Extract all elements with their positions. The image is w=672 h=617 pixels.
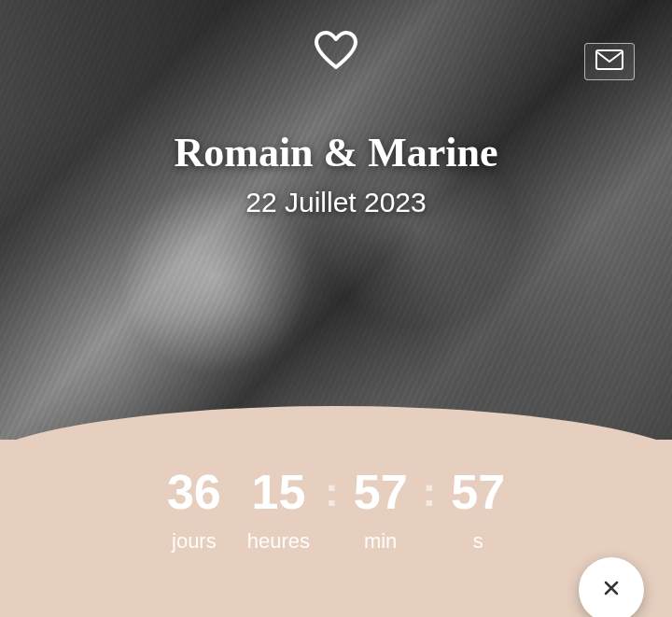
countdown-separator: :	[325, 471, 339, 512]
contact-mail-button[interactable]	[584, 43, 635, 80]
countdown-separator: :	[423, 471, 437, 512]
countdown-seconds-label: s	[473, 529, 483, 554]
page-root: Romain & Marine 22 Juillet 2023 36 jours…	[0, 0, 672, 617]
close-icon	[600, 577, 623, 603]
envelope-icon	[595, 49, 623, 74]
svg-rect-0	[596, 50, 623, 69]
wedding-date: 22 Juillet 2023	[0, 187, 672, 218]
countdown-days: 36 jours	[167, 468, 221, 554]
countdown-minutes-label: min	[364, 529, 397, 554]
countdown-days-value: 36	[167, 468, 221, 516]
countdown-seconds-value: 57	[451, 468, 505, 516]
countdown-seconds: 57 s	[451, 468, 505, 554]
countdown-hours-value: 15	[252, 468, 306, 516]
heart-logo-icon	[313, 30, 359, 77]
couple-names: Romain & Marine	[0, 129, 672, 176]
countdown-hours: 15 heures	[247, 468, 310, 554]
countdown-section: 36 jours 15 heures : 57 min : 57 s	[0, 440, 672, 617]
countdown-minutes: 57 min	[354, 468, 408, 554]
floating-action-button[interactable]	[579, 557, 644, 617]
countdown-minutes-value: 57	[354, 468, 408, 516]
countdown: 36 jours 15 heures : 57 min : 57 s	[0, 468, 672, 554]
countdown-hours-label: heures	[247, 529, 310, 554]
countdown-days-label: jours	[172, 529, 217, 554]
